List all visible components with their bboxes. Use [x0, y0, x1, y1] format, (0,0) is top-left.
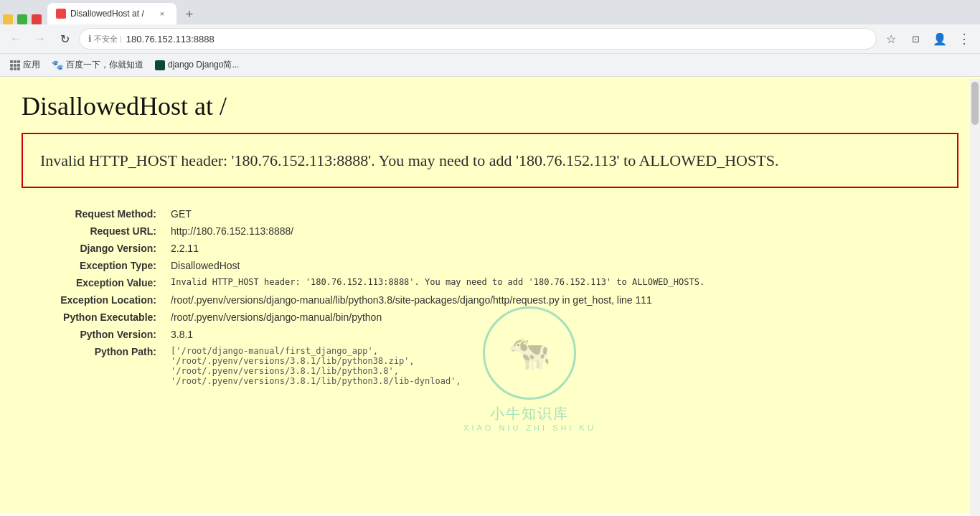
details-table: Request Method: GET Request URL: http://… [22, 205, 958, 389]
exception-type-value: DisallowedHost [165, 257, 958, 274]
tabs-row: DisallowedHost at / × + [0, 0, 980, 24]
table-row: Request Method: GET [22, 205, 958, 222]
table-row: Exception Value: Invalid HTTP_HOST heade… [22, 274, 958, 291]
baidu-icon: 🐾 [52, 60, 63, 70]
table-row: Django Version: 2.2.11 [22, 240, 958, 257]
exception-type-label: Exception Type: [22, 257, 165, 274]
back-button[interactable]: ← [6, 29, 26, 49]
security-icon: ℹ 不安全 | [88, 34, 122, 44]
bookmark-django-label: django Django简... [168, 59, 239, 71]
python-version-value: 3.8.1 [165, 326, 958, 343]
address-row: ← → ↻ ℹ 不安全 | 180.76.152.113:8888 ☆ ⊡ 👤 … [0, 24, 980, 53]
django-icon [155, 60, 165, 70]
bookmark-baidu-label: 百度一下，你就知道 [66, 59, 143, 71]
table-row: Python Path: ['/root/django-manual/first… [22, 343, 958, 389]
request-method-label: Request Method: [22, 205, 165, 222]
request-method-value: GET [165, 205, 958, 222]
tab-favicon [56, 9, 66, 19]
exception-value-text: Invalid HTTP_HOST header: '180.76.152.11… [165, 274, 958, 291]
page-title: DisallowedHost at / [22, 91, 958, 121]
bookmark-apps-label: 应用 [23, 59, 40, 71]
window-controls [3, 14, 42, 24]
new-tab-button[interactable]: + [179, 4, 199, 24]
error-message: Invalid HTTP_HOST header: '180.76.152.11… [40, 149, 940, 172]
maximize-button[interactable] [17, 14, 27, 24]
address-bar[interactable]: ℹ 不安全 | 180.76.152.113:8888 [79, 28, 877, 50]
active-tab[interactable]: DisallowedHost at / × [47, 3, 176, 24]
exception-value-label: Exception Value: [22, 274, 165, 291]
profile-button[interactable]: 👤 [930, 29, 950, 49]
exception-location-label: Exception Location: [22, 291, 165, 309]
python-executable-value: /root/.pyenv/versions/django-manual/bin/… [165, 309, 958, 326]
bookmark-django[interactable]: django Django简... [151, 57, 243, 72]
minimize-button[interactable] [3, 14, 13, 24]
browser-chrome: DisallowedHost at / × + ← → ↻ ℹ 不安全 | 18… [0, 0, 980, 77]
page-content: DisallowedHost at / Invalid HTTP_HOST he… [0, 77, 980, 514]
request-url-label: Request URL: [22, 222, 165, 240]
forward-button[interactable]: → [30, 29, 50, 49]
table-row: Python Executable: /root/.pyenv/versions… [22, 309, 958, 326]
tab-close-button[interactable]: × [156, 8, 168, 19]
bookmark-baidu[interactable]: 🐾 百度一下，你就知道 [47, 57, 148, 72]
python-executable-label: Python Executable: [22, 309, 165, 326]
exception-location-value: /root/.pyenv/versions/django-manual/lib/… [165, 291, 958, 309]
apps-icon [10, 60, 20, 70]
python-path-label: Python Path: [22, 343, 165, 389]
scrollbar-thumb[interactable] [971, 82, 979, 125]
watermark-text-cn: 小牛知识库 [463, 404, 596, 423]
table-row: Request URL: http://180.76.152.113:8888/ [22, 222, 958, 240]
django-version-value: 2.2.11 [165, 240, 958, 257]
error-box: Invalid HTTP_HOST header: '180.76.152.11… [22, 133, 958, 188]
table-row: Exception Type: DisallowedHost [22, 257, 958, 274]
table-row: Python Version: 3.8.1 [22, 326, 958, 343]
bookmarks-row: 应用 🐾 百度一下，你就知道 django Django简... [0, 53, 980, 76]
refresh-button[interactable]: ↻ [55, 29, 75, 49]
bookmark-apps[interactable]: 应用 [6, 57, 44, 72]
tab-label: DisallowedHost at / [70, 9, 152, 19]
table-row: Exception Location: /root/.pyenv/version… [22, 291, 958, 309]
zoom-button[interactable]: ⊡ [905, 29, 925, 49]
django-version-label: Django Version: [22, 240, 165, 257]
python-version-label: Python Version: [22, 326, 165, 343]
menu-button[interactable]: ⋮ [954, 29, 974, 49]
watermark-text-en: XIAO NIU ZHI SHI KU [463, 423, 596, 432]
address-text: 180.76.152.113:8888 [126, 34, 867, 44]
close-button[interactable] [32, 14, 42, 24]
page-wrapper: DisallowedHost at / Invalid HTTP_HOST he… [0, 77, 980, 514]
scrollbar[interactable] [970, 79, 980, 514]
request-url-value: http://180.76.152.113:8888/ [165, 222, 958, 240]
bookmark-star-button[interactable]: ☆ [881, 29, 901, 49]
python-path-value: ['/root/django-manual/first_django_app',… [165, 343, 958, 389]
